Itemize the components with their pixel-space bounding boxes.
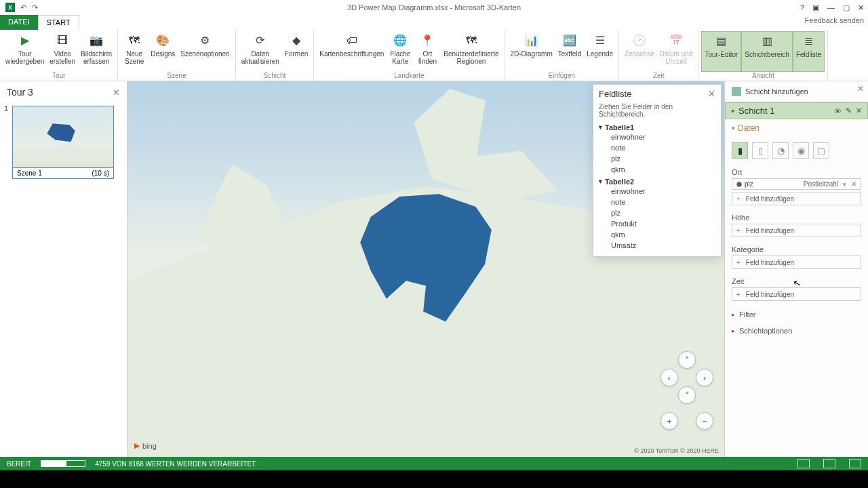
maximize-icon[interactable]: ▢ (843, 3, 850, 12)
map-copyright: © 2020 TomTom © 2020 HERE (634, 447, 719, 454)
capture-screen-button[interactable]: 📷Bildschirm erfassen (78, 31, 115, 72)
fieldlist-title: Feldliste (599, 89, 631, 99)
tab-start[interactable]: START (38, 15, 79, 30)
ribbon-collapse-icon[interactable]: ▣ (812, 3, 819, 12)
tilt-down-button[interactable]: ˅ (678, 386, 696, 404)
hoehe-add-field[interactable]: Feld hinzufügen (732, 224, 861, 237)
field-item[interactable]: plz (599, 207, 715, 218)
layer-delete-icon[interactable]: ✕ (856, 106, 862, 115)
shapes-icon: ◆ (288, 33, 304, 49)
window-title: 3D Power Map Diagramm.xlsx - Microsoft 3… (347, 3, 521, 12)
kategorie-add-field[interactable]: Feld hinzufügen (732, 256, 861, 269)
zoom-in-button[interactable]: + (660, 412, 678, 430)
data-section-header[interactable]: Daten (732, 123, 861, 133)
add-layer-icon (732, 87, 741, 96)
status-progress-text: 4759 VON 8168 WERTEN WERDEN VERARBEITET (95, 460, 256, 468)
tour-title: Tour 3 (7, 87, 33, 98)
view-mode-2-button[interactable] (823, 459, 835, 468)
layer-area-icon: ▥ (759, 33, 775, 49)
datetime-button: 📅Datum und Uhrzeit (657, 31, 696, 72)
textfield-button[interactable]: 🔤Textfeld (555, 31, 584, 72)
field-item[interactable]: einwohner (599, 186, 715, 197)
shapes-button[interactable]: ◆Formen (282, 31, 311, 72)
remove-field-icon[interactable]: ✕ (851, 180, 856, 188)
filter-section[interactable]: Filter (725, 306, 868, 323)
layer-rename-icon[interactable]: ✎ (846, 106, 852, 115)
flat-map-icon: 🌐 (392, 33, 408, 49)
visualization-types: ▮ ▯ ◔ ◉ ▢ (725, 140, 868, 165)
help-icon[interactable]: ? (800, 3, 804, 12)
layer-header[interactable]: ▾ Schicht 1 👁 ✎ ✕ (725, 102, 868, 119)
ort-field-plz[interactable]: plz Postleitzahl ▾ ✕ (732, 178, 861, 190)
field-item[interactable]: note (599, 197, 715, 207)
scene-options-button[interactable]: ⚙Szenenoptionen (178, 31, 232, 72)
viz-bubble-button[interactable]: ◔ (772, 142, 789, 159)
map-nav-controls: ˄ ‹ › ˅ + − (660, 351, 713, 432)
viz-region-button[interactable]: ▢ (813, 142, 829, 159)
ort-add-field[interactable]: Feld hinzufügen (732, 192, 861, 205)
rotate-right-button[interactable]: › (696, 369, 713, 386)
close-icon[interactable]: ✕ (858, 3, 864, 12)
fieldlist-close-icon[interactable]: ✕ (708, 89, 715, 99)
titlebar: X ↶ ↷ 3D Power Map Diagramm.xlsx - Micro… (0, 0, 868, 15)
legend-icon: ☰ (592, 33, 608, 49)
zeit-label: Zeit (732, 277, 861, 285)
find-location-button[interactable]: 📍Ort finden (414, 31, 441, 72)
create-video-button[interactable]: 🎞Video erstellen (47, 31, 78, 72)
find-location-icon: 📍 (419, 33, 435, 49)
feedback-link[interactable]: Feedback senden (805, 16, 864, 24)
rotate-left-button[interactable]: ‹ (660, 369, 678, 386)
undo-icon[interactable]: ↶ (20, 3, 26, 12)
tab-file[interactable]: DATEI (0, 15, 38, 30)
field-item[interactable]: Umsatz (599, 240, 715, 251)
layer-visibility-icon[interactable]: 👁 (834, 107, 842, 115)
map-labels-button[interactable]: 🏷Kartenbeschriftungen (317, 31, 387, 72)
minimize-icon[interactable]: — (827, 3, 835, 12)
map-canvas[interactable]: ▶bing © 2020 TomTom © 2020 HERE ˄ ‹ › ˅ … (127, 81, 724, 457)
tour-editor-button[interactable]: ▤Tour-Editor (701, 31, 741, 72)
field-item[interactable]: einwohner (599, 131, 715, 142)
chart-icon: 📊 (524, 33, 540, 49)
legend-button[interactable]: ☰Legende (584, 31, 616, 72)
chart2d-button[interactable]: 📊2D-Diagramm (508, 31, 555, 72)
field-item[interactable]: qkm (599, 229, 715, 240)
dropdown-icon[interactable]: ▾ (843, 181, 846, 188)
field-item[interactable]: plz (599, 153, 715, 164)
flat-map-button[interactable]: 🌐Flache Karte (387, 31, 414, 72)
designs-icon: 🎨 (155, 33, 171, 49)
layer-pane-close-icon[interactable]: ✕ (857, 84, 864, 94)
redo-icon[interactable]: ↷ (32, 3, 38, 12)
view-mode-1-button[interactable] (797, 459, 810, 468)
scene-preview (12, 106, 114, 168)
tour-pane-close-icon[interactable]: ✕ (113, 87, 120, 98)
add-layer-button[interactable]: Schicht hinzufügen (725, 81, 868, 102)
play-icon: ▶ (17, 33, 33, 49)
field-item[interactable]: Produkt (599, 218, 715, 229)
viz-stacked-column-button[interactable]: ▮ (732, 142, 748, 159)
ort-label: Ort (732, 168, 861, 176)
zoom-out-button[interactable]: − (696, 412, 713, 430)
layer-area-button[interactable]: ▥Schichtbereich (741, 31, 793, 72)
field-item[interactable]: note (599, 142, 715, 153)
refresh-data-button[interactable]: ⟳Daten aktualisieren (239, 31, 282, 72)
viz-clustered-column-button[interactable]: ▯ (752, 142, 768, 159)
datetime-icon: 📅 (668, 33, 684, 49)
fieldlist-hint: Ziehen Sie Felder in den Schichtbereich. (593, 103, 721, 122)
ribbon: ▶Tour wiedergeben 🎞Video erstellen 📷Bild… (0, 30, 868, 81)
scene-thumbnail[interactable]: 1 Szene 1 (10 s) (7, 106, 120, 179)
fieldlist-button[interactable]: ≣Feldliste (793, 31, 825, 72)
play-tour-button[interactable]: ▶Tour wiedergeben (3, 31, 47, 72)
new-scene-button[interactable]: 🗺Neue Szene (121, 31, 148, 72)
group-insert-label: Einfügen (508, 72, 616, 81)
table-header[interactable]: Tabelle2 (599, 178, 715, 186)
group-time-label: Zeit (622, 72, 695, 81)
tilt-up-button[interactable]: ˄ (678, 351, 696, 369)
layer-options-section[interactable]: Schichtoptionen (725, 323, 868, 339)
table-header[interactable]: Tabelle1 (599, 123, 715, 131)
custom-regions-button[interactable]: 🗺Benutzerdefinierte Regionen (441, 31, 501, 72)
viz-heatmap-button[interactable]: ◉ (793, 142, 809, 159)
view-mode-3-button[interactable] (849, 459, 861, 468)
designs-button[interactable]: 🎨Designs (148, 31, 178, 72)
field-item[interactable]: qkm (599, 164, 715, 175)
zeit-add-field[interactable]: Feld hinzufügen (732, 287, 861, 301)
